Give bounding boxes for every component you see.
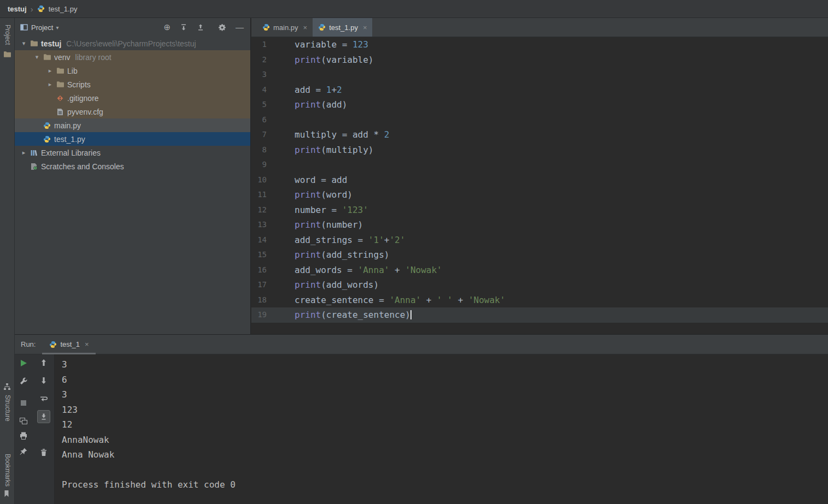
rerun-button[interactable] [19, 359, 28, 367]
folder-icon [28, 40, 39, 47]
tree-item-venv[interactable]: ▾venvlibrary root [15, 50, 250, 64]
code-line[interactable]: 5print(add) [251, 97, 828, 112]
tree-item-testuj[interactable]: ▾testujC:\Users\eweli\PycharmProjects\te… [15, 37, 250, 50]
tree-item--gitignore[interactable]: .gitignore [15, 91, 250, 105]
run-label: Run: [21, 340, 36, 348]
code-line[interactable]: 14add_strings = '1'+'2' [251, 233, 828, 248]
tree-item-external-libraries[interactable]: ▸External Libraries [15, 146, 250, 159]
pin-icon[interactable] [19, 447, 28, 456]
stop-button[interactable] [19, 399, 28, 407]
chevron-down-icon[interactable]: ▾ [19, 40, 28, 47]
gear-icon[interactable] [218, 23, 226, 32]
wrench-icon[interactable] [19, 377, 28, 386]
code-line[interactable]: 7multiply = add * 2 [251, 127, 828, 143]
line-number: 11 [251, 187, 280, 203]
code-line[interactable]: 1variable = 123 [251, 37, 828, 52]
restore-layout-icon[interactable] [19, 417, 28, 425]
run-console-output[interactable]: 36312312AnnaNowakAnna Nowak Process fini… [62, 357, 236, 493]
bookmark-icon[interactable] [3, 490, 10, 497]
clear-all-icon[interactable] [40, 448, 48, 456]
line-number: 3 [251, 67, 280, 82]
tree-item-label: Scripts [67, 80, 91, 89]
stripe-project-button[interactable]: Project [4, 25, 11, 45]
close-icon[interactable]: × [303, 23, 308, 32]
code-text: create_sentence = 'Anna' + ' ' + 'Nowak' [280, 293, 505, 308]
console-line [62, 463, 236, 478]
tree-item-label: Lib [67, 67, 78, 75]
code-line[interactable]: 8print(multiply) [251, 143, 828, 158]
code-editor[interactable]: 1variable = 1232print(variable)34add = 1… [251, 37, 828, 334]
chevron-right-icon[interactable]: ▸ [45, 81, 55, 88]
console-line: 12 [62, 417, 236, 432]
project-panel-title[interactable]: Project [31, 23, 53, 32]
structure-icon[interactable] [3, 383, 11, 390]
line-number: 2 [251, 52, 280, 68]
code-line[interactable]: 18create_sentence = 'Anna' + ' ' + 'Nowa… [251, 293, 828, 308]
run-panel-header: Run: test_1 × [15, 335, 828, 354]
hide-panel-icon[interactable]: — [236, 23, 244, 32]
down-stack-trace-icon[interactable] [40, 377, 48, 384]
close-icon[interactable]: × [363, 23, 367, 32]
code-line[interactable]: 16add_words = 'Anna' + 'Nowak' [251, 263, 828, 278]
run-tab-test-1[interactable]: test_1 × [42, 335, 96, 354]
chevron-down-icon[interactable]: ▾ [56, 25, 58, 31]
code-line[interactable]: 6 [251, 112, 828, 128]
tree-item-scratches-and-consoles[interactable]: Scratches and Consoles [15, 159, 250, 173]
tree-item-test-1-py[interactable]: test_1.py [15, 132, 250, 146]
tree-item-label: .gitignore [67, 94, 99, 103]
collapse-all-icon[interactable] [197, 23, 204, 31]
console-line: 6 [62, 372, 236, 388]
tree-item-pyvenv-cfg[interactable]: pyvenv.cfg [15, 105, 250, 118]
scratch-icon [28, 163, 39, 170]
tab-test-1-py[interactable]: test_1.py × [313, 18, 372, 37]
line-number: 10 [251, 173, 280, 188]
scroll-to-end-toggle[interactable] [37, 410, 50, 423]
tree-item-main-py[interactable]: main.py [15, 118, 250, 132]
close-icon[interactable]: × [85, 340, 89, 348]
code-line[interactable]: 11print(word) [251, 187, 828, 203]
run-tab-label: test_1 [60, 340, 79, 348]
code-line[interactable]: 12number = '123' [251, 203, 828, 218]
tree-item-label: External Libraries [41, 149, 101, 157]
expand-all-icon[interactable] [180, 23, 187, 31]
project-tool-window-icon [20, 23, 28, 31]
stripe-structure-button[interactable]: Structure [4, 395, 11, 422]
up-stack-trace-icon[interactable] [40, 359, 48, 366]
folder-icon[interactable] [3, 51, 11, 58]
run-toolbar [15, 354, 55, 504]
soft-wrap-icon[interactable] [39, 395, 48, 404]
breadcrumb-file[interactable]: test_1.py [49, 5, 78, 13]
line-number: 17 [251, 277, 280, 293]
code-line[interactable]: 15print(add_strings) [251, 247, 828, 263]
chevron-down-icon[interactable]: ▾ [32, 54, 42, 61]
python-icon [49, 341, 57, 348]
code-text [280, 157, 295, 173]
tab-main-py[interactable]: main.py × [257, 18, 313, 37]
tree-item-lib[interactable]: ▸Lib [15, 64, 250, 78]
code-text: add = 1+2 [280, 82, 342, 98]
line-number: 15 [251, 247, 280, 263]
chevron-right-icon[interactable]: ▸ [19, 149, 28, 156]
project-panel: Project ▾ ⊕ — ▾testujC:\Users\eweli\Pych… [15, 18, 251, 334]
tree-item-label: main.py [54, 121, 81, 130]
code-line[interactable]: 2print(variable) [251, 52, 828, 68]
breadcrumb-project[interactable]: testuj [8, 5, 27, 13]
chevron-right-icon[interactable]: ▸ [45, 67, 55, 74]
code-line[interactable]: 13print(number) [251, 217, 828, 233]
editor: main.py × test_1.py × 1variable = 1232pr… [251, 18, 828, 334]
tree-item-scripts[interactable]: ▸Scripts [15, 78, 250, 91]
git-icon [55, 94, 66, 102]
code-line[interactable]: 9 [251, 157, 828, 173]
code-line[interactable]: 4add = 1+2 [251, 82, 828, 98]
print-icon[interactable] [19, 431, 28, 440]
code-line[interactable]: 10word = add [251, 173, 828, 188]
tree-item-label: testuj [41, 39, 61, 48]
code-line[interactable]: 3 [251, 67, 828, 82]
folder-icon [55, 81, 66, 88]
stripe-bookmarks-button[interactable]: Bookmarks [4, 454, 11, 487]
code-text: variable = 123 [280, 37, 368, 52]
code-line[interactable]: 19print(create_sentence) [251, 307, 828, 323]
breadcrumb: testuj › test_1.py [0, 0, 828, 18]
locate-file-icon[interactable]: ⊕ [163, 23, 171, 32]
code-line[interactable]: 17print(add_words) [251, 277, 828, 293]
